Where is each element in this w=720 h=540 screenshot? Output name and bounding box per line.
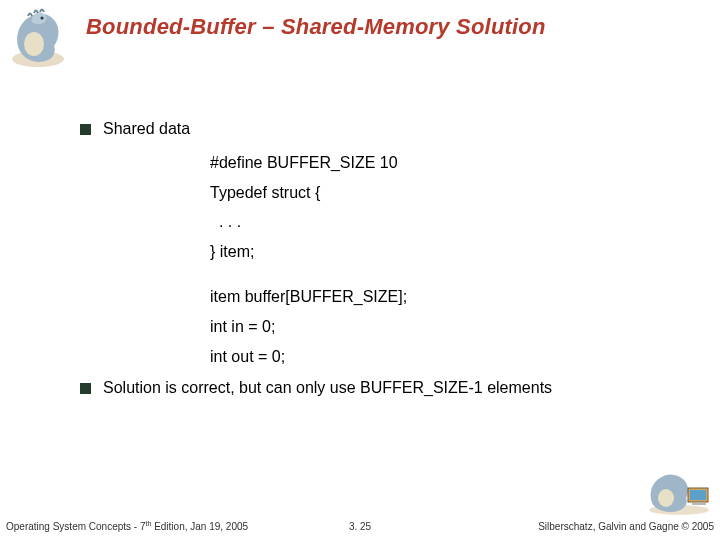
code-blank-line	[210, 266, 690, 282]
slide-footer: Operating System Concepts - 7th Edition,…	[0, 510, 720, 540]
slide-number: 3. 25	[349, 521, 371, 532]
slide-body: Shared data #define BUFFER_SIZE 10 Typed…	[80, 120, 690, 407]
code-line: Typedef struct {	[210, 178, 690, 208]
svg-rect-7	[692, 503, 706, 505]
bullet-text: Solution is correct, but can only use BU…	[103, 379, 552, 397]
bullet-item: Solution is correct, but can only use BU…	[80, 379, 690, 397]
slide-title: Bounded-Buffer – Shared-Memory Solution	[86, 14, 700, 40]
footer-right: Silberschatz, Galvin and Gagne © 2005	[538, 521, 714, 532]
code-line: } item;	[210, 237, 690, 267]
footer-text: Operating System Concepts - 7	[6, 521, 146, 532]
code-line: #define BUFFER_SIZE 10	[210, 148, 690, 178]
footer-left: Operating System Concepts - 7th Edition,…	[6, 520, 248, 532]
copyright-text: © 2005	[682, 521, 714, 532]
square-bullet-icon	[80, 124, 91, 135]
svg-point-4	[658, 489, 674, 507]
slide: Bounded-Buffer – Shared-Memory Solution …	[0, 0, 720, 540]
code-line: item buffer[BUFFER_SIZE];	[210, 282, 690, 312]
bullet-item: Shared data	[80, 120, 690, 138]
square-bullet-icon	[80, 383, 91, 394]
code-block: #define BUFFER_SIZE 10 Typedef struct { …	[210, 148, 690, 371]
dinosaur-mascot-small-icon	[644, 468, 714, 516]
svg-rect-6	[690, 490, 706, 500]
code-line: int in = 0;	[210, 312, 690, 342]
code-line: int out = 0;	[210, 342, 690, 372]
code-line: . . .	[210, 207, 690, 237]
dinosaur-mascot-icon	[8, 4, 68, 70]
svg-point-1	[40, 16, 43, 19]
bullet-text: Shared data	[103, 120, 190, 138]
footer-text: Edition, Jan 19, 2005	[151, 521, 248, 532]
footer-text: Silberschatz, Galvin and Gagne	[538, 521, 681, 532]
svg-point-2	[24, 32, 44, 56]
